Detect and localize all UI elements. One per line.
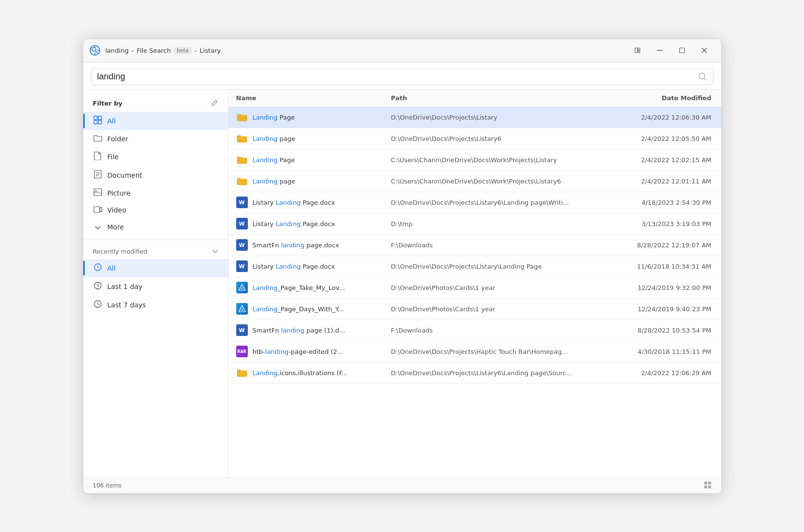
table-row[interactable]: W SmartFn landing page.docx F:\Downloads… xyxy=(228,235,721,256)
results-header: Name Path Date Modified xyxy=(228,90,721,107)
app-name: Listary xyxy=(199,47,221,54)
result-name-text: Listary Landing Page.docx xyxy=(253,263,335,270)
table-row[interactable]: Landing,icons,illustrations (F... D:\One… xyxy=(228,363,721,384)
rar-icon: RAR xyxy=(236,346,248,357)
word-icon: W xyxy=(236,324,248,336)
maximize-button[interactable] xyxy=(671,43,693,58)
col-header-date: Date Modified xyxy=(615,90,721,106)
title-search-term: landing xyxy=(106,47,129,54)
titlebar-title: landing - File Search beta - Listary xyxy=(106,47,626,54)
minimize-button[interactable] xyxy=(649,43,671,58)
result-name: W SmartFn landing page (1).d... xyxy=(228,320,383,340)
result-name: Landing_Page_Take_My_Lov... xyxy=(228,278,383,297)
table-row[interactable]: W Listary Landing Page.docx D:\OneDrive\… xyxy=(228,192,721,213)
result-name: Landing_Page_Days_With_Y... xyxy=(228,299,383,319)
result-path: D:\OneDrive\Photos\Cards\1 year xyxy=(383,280,615,295)
table-row[interactable]: Landing page D:\OneDrive\Docs\Projects\L… xyxy=(228,128,721,150)
sidebar-item-document-label: Document xyxy=(107,171,143,179)
sidebar-item-video[interactable]: Video xyxy=(83,202,228,219)
sidebar-item-last7days-label: Last 7 days xyxy=(107,301,146,309)
result-name: Landing Page xyxy=(228,150,383,169)
result-date: 12/24/2019 9:32:00 PM xyxy=(615,280,721,295)
main-content: Filter by All xyxy=(83,90,721,478)
result-path: D:\OneDrive\Docs\Projects\Listary xyxy=(383,110,615,125)
svg-rect-7 xyxy=(635,48,637,53)
sidebar-item-time-all[interactable]: ∞ All xyxy=(83,259,228,277)
svg-rect-26 xyxy=(94,207,100,213)
search-icon-button[interactable] xyxy=(698,72,707,81)
table-row[interactable]: Landing Page D:\OneDrive\Docs\Projects\L… xyxy=(228,107,721,128)
table-row[interactable]: RAR htb-landing-page-edited (2... D:\One… xyxy=(228,341,721,363)
word-icon: W xyxy=(236,197,248,208)
search-input[interactable] xyxy=(97,72,698,82)
titlebar: landing - File Search beta - Listary xyxy=(83,39,721,62)
snap-button[interactable] xyxy=(626,43,649,58)
recently-modified-header[interactable]: Recently modified xyxy=(93,248,218,255)
result-path: D:\OneDrive\Photos\Cards\1 year xyxy=(383,302,615,317)
sidebar-item-last7days[interactable]: 7 Last 7 days xyxy=(83,296,228,314)
svg-rect-19 xyxy=(98,121,102,124)
word-icon: W xyxy=(236,260,248,272)
svg-line-15 xyxy=(704,78,706,80)
result-path: F:\Downloads xyxy=(383,238,615,253)
result-date: 2/4/2022 12:06:30 AM xyxy=(615,110,721,125)
result-name-text: Listary Landing Page.docx xyxy=(253,199,335,206)
title-section: File Search xyxy=(137,47,171,54)
svg-rect-17 xyxy=(98,116,102,120)
table-row[interactable]: Landing page C:\Users\Chann\OneDrive\Doc… xyxy=(228,171,721,192)
titlebar-controls xyxy=(626,43,715,58)
result-name-text: SmartFn landing page.docx xyxy=(253,242,339,249)
svg-rect-18 xyxy=(94,121,97,124)
result-path: C:\Users\Chann\OneDrive\Docs\Work\Projec… xyxy=(383,174,615,189)
recently-modified-chevron xyxy=(212,248,218,255)
result-path: D:\OneDrive\Docs\Projects\Listary\Landin… xyxy=(383,259,615,274)
result-name: Landing,icons,illustrations (F... xyxy=(228,363,383,382)
result-path: F:\Downloads xyxy=(383,323,615,338)
result-name-text: Listary Landing Page.docx xyxy=(253,220,335,228)
result-date: 2/4/2022 12:06:29 AM xyxy=(615,365,721,380)
folder-icon xyxy=(236,367,248,379)
sidebar-item-file[interactable]: File xyxy=(83,148,228,166)
svg-rect-44 xyxy=(708,482,711,485)
close-button[interactable] xyxy=(693,43,715,58)
sidebar-item-folder[interactable]: Folder xyxy=(83,130,228,148)
result-name-text: htb-landing-page-edited (2... xyxy=(253,348,343,355)
svg-line-33 xyxy=(98,286,99,287)
result-name: W Listary Landing Page.docx xyxy=(228,193,383,212)
svg-rect-46 xyxy=(708,486,711,488)
word-icon: W xyxy=(236,218,248,229)
edit-icon[interactable] xyxy=(211,99,218,108)
table-row[interactable]: Landing_Page_Days_With_Y... D:\OneDrive\… xyxy=(228,299,721,320)
result-name-text: Landing Page xyxy=(253,114,295,121)
col-header-name: Name xyxy=(228,90,383,106)
filter-by-label: Filter by xyxy=(93,100,123,107)
result-date: 2/4/2022 12:05:50 AM xyxy=(615,131,721,146)
table-row[interactable]: Landing_Page_Take_My_Lov... D:\OneDrive\… xyxy=(228,277,721,299)
all-icon xyxy=(93,116,103,126)
sidebar-item-picture[interactable]: Picture xyxy=(83,184,228,202)
result-date: 8/28/2022 10:53:54 PM xyxy=(615,323,721,338)
result-path: D:\OneDrive\Docs\Projects\Listary6\Landi… xyxy=(383,195,615,210)
table-row[interactable]: W SmartFn landing page (1).d... F:\Downl… xyxy=(228,320,721,341)
svg-point-5 xyxy=(94,53,95,55)
result-name: RAR htb-landing-page-edited (2... xyxy=(228,342,383,361)
file-icon xyxy=(93,152,103,162)
sidebar-item-video-label: Video xyxy=(107,206,126,214)
result-path: C:\Users\Chann\OneDrive\Docs\Work\Projec… xyxy=(383,152,615,167)
app-logo xyxy=(89,45,101,56)
svg-point-6 xyxy=(97,50,99,51)
table-row[interactable]: W Listary Landing Page.docx D:\tmp 3/13/… xyxy=(228,213,721,235)
word-icon: W xyxy=(236,239,248,251)
table-row[interactable]: W Listary Landing Page.docx D:\OneDrive\… xyxy=(228,256,721,277)
recently-modified-section: Recently modified xyxy=(83,244,228,257)
search-input-wrap xyxy=(91,68,713,85)
col-header-path: Path xyxy=(383,90,615,106)
result-name-text: Landing Page xyxy=(253,156,295,164)
sidebar-item-document[interactable]: Document xyxy=(83,166,228,184)
sidebar-item-all[interactable]: All xyxy=(83,112,228,130)
table-row[interactable]: Landing Page C:\Users\Chann\OneDrive\Doc… xyxy=(228,150,721,171)
sidebar-item-more[interactable]: More xyxy=(83,219,228,236)
sidebar-item-last1day[interactable]: 1 Last 1 day xyxy=(83,277,228,296)
result-name-text: Landing_Page_Days_With_Y... xyxy=(253,305,344,313)
statusbar: 106 items xyxy=(83,478,721,493)
